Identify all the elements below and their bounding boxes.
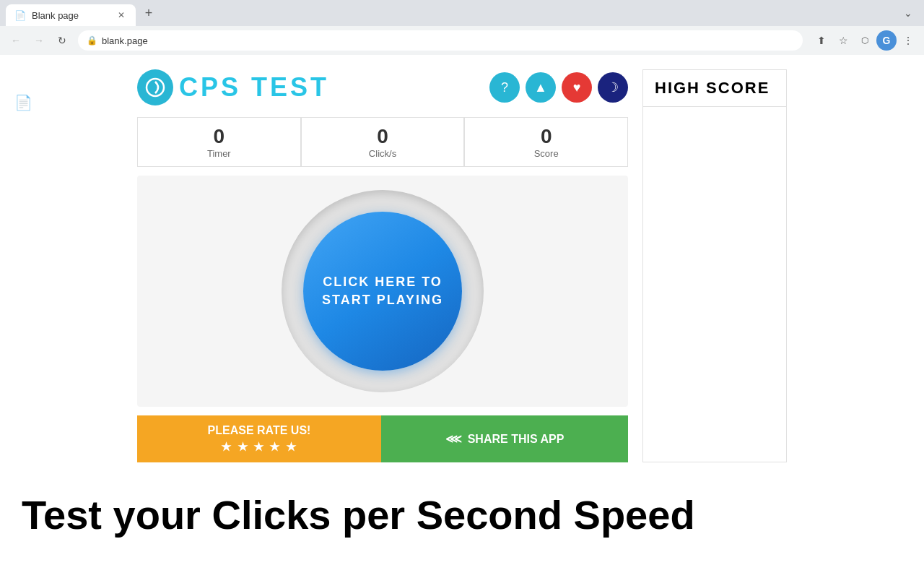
toolbar-icons: ⬆ ☆ ⬡ G ⋮ <box>811 30 918 51</box>
back-icon: ← <box>11 35 21 46</box>
active-tab[interactable]: 📄 Blank page ✕ <box>6 4 136 26</box>
forward-button[interactable]: → <box>29 30 49 51</box>
logo-area: CPS TEST <box>137 69 329 105</box>
clicks-label: Click/s <box>369 148 396 159</box>
forward-icon: → <box>34 35 44 46</box>
tab-title: Blank page <box>32 10 79 21</box>
share-button[interactable]: ⋘ SHARE THIS APP <box>381 415 628 462</box>
sidebar-doc-icon: 📄 <box>14 94 32 111</box>
header-icons: ? ▲ ♥ ☽ <box>489 72 628 103</box>
rate-stars: ★ ★ ★ ★ ★ <box>221 440 297 454</box>
timer-value: 0 <box>214 125 225 148</box>
bookmark-button[interactable]: ☆ <box>833 30 853 51</box>
bottom-buttons: PLEASE RATE US! ★ ★ ★ ★ ★ ⋘ SHARE THIS A… <box>137 415 628 462</box>
bookmark-icon: ☆ <box>839 35 848 46</box>
stats-row: 0 Timer 0 Click/s 0 Score <box>137 117 628 167</box>
score-value: 0 <box>541 125 552 148</box>
upload-icon: ▲ <box>534 80 547 95</box>
app-main: CPS TEST ? ▲ ♥ ☽ <box>0 69 924 462</box>
high-score-panel: HIGH SCORE <box>642 69 787 462</box>
game-area: CLICK HERE TO START PLAYING <box>137 176 628 407</box>
clicks-stat: 0 Click/s <box>301 117 465 167</box>
clicks-value: 0 <box>377 125 388 148</box>
menu-icon: ⋮ <box>903 35 913 46</box>
profile-letter: G <box>883 35 891 46</box>
score-stat: 0 Score <box>464 117 628 167</box>
tab-favicon-icon: 📄 <box>14 9 26 21</box>
reload-button[interactable]: ↻ <box>52 30 72 51</box>
reload-icon: ↻ <box>58 35 66 46</box>
back-button[interactable]: ← <box>6 30 26 51</box>
share-toolbar-icon: ⬆ <box>817 35 826 46</box>
menu-button[interactable]: ⋮ <box>898 30 918 51</box>
tab-list-button[interactable]: ⌄ <box>898 3 918 23</box>
click-line2: START PLAYING <box>322 291 443 309</box>
tab-close-button[interactable]: ✕ <box>116 9 127 21</box>
app-title: CPS TEST <box>179 72 329 103</box>
click-button-text: CLICK HERE TO START PLAYING <box>322 273 443 309</box>
app-header: CPS TEST ? ▲ ♥ ☽ <box>137 69 628 105</box>
share-button-icon: ⋘ <box>445 432 462 446</box>
upload-button[interactable]: ▲ <box>526 72 556 103</box>
logo-icon <box>137 69 173 105</box>
heart-icon: ♥ <box>573 80 581 95</box>
rate-label: PLEASE RATE US! <box>208 424 311 437</box>
new-tab-button[interactable]: + <box>139 3 159 23</box>
url-text: blank.page <box>102 35 794 46</box>
extensions-button[interactable]: ⬡ <box>855 30 875 51</box>
help-icon: ? <box>501 80 508 95</box>
timer-stat: 0 Timer <box>137 117 301 167</box>
url-bar[interactable]: 🔒 blank.page <box>78 30 803 51</box>
moon-button[interactable]: ☽ <box>598 72 628 103</box>
address-bar: ← → ↻ 🔒 blank.page ⬆ ☆ ⬡ G <box>0 26 924 55</box>
timer-label: Timer <box>207 148 231 159</box>
outer-circle: CLICK HERE TO START PLAYING <box>282 190 484 392</box>
high-score-title: HIGH SCORE <box>643 70 786 107</box>
page-content: 📄 CPS TEST <box>0 55 924 578</box>
share-label: SHARE THIS APP <box>468 433 565 446</box>
moon-icon: ☽ <box>607 79 619 95</box>
page-tagline: Test your Clicks per Second Speed <box>0 462 924 553</box>
share-toolbar-button[interactable]: ⬆ <box>811 30 832 51</box>
score-label: Score <box>534 148 559 159</box>
svg-point-0 <box>147 79 164 96</box>
click-here-button[interactable]: CLICK HERE TO START PLAYING <box>303 212 462 371</box>
rate-button[interactable]: PLEASE RATE US! ★ ★ ★ ★ ★ <box>137 415 381 462</box>
help-button[interactable]: ? <box>489 72 520 103</box>
lock-icon: 🔒 <box>87 35 97 46</box>
heart-button[interactable]: ♥ <box>562 72 592 103</box>
click-line1: CLICK HERE TO <box>322 273 443 291</box>
app-container: CPS TEST ? ▲ ♥ ☽ <box>137 69 628 462</box>
profile-icon[interactable]: G <box>876 30 897 51</box>
tab-bar: 📄 Blank page ✕ + ⌄ <box>0 0 924 26</box>
